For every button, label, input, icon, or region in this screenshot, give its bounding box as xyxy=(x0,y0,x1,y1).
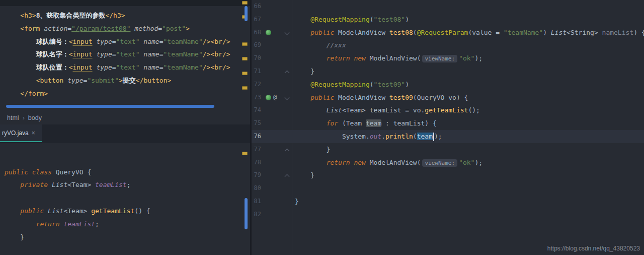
code-line[interactable]: return teamList; xyxy=(0,218,242,231)
line-number: 74 xyxy=(252,104,261,117)
at-override-icon[interactable]: @ xyxy=(273,95,277,100)
code-token: = xyxy=(67,25,71,32)
spring-bean-icon[interactable] xyxy=(266,30,271,35)
code-line[interactable]: } xyxy=(0,231,242,244)
vertical-scrollbar-thumb-bottom[interactable] xyxy=(245,198,248,229)
code-line[interactable]: 71 } xyxy=(252,65,644,78)
breadcrumb-item-body[interactable]: body xyxy=(28,114,42,121)
code-text: //xxx xyxy=(291,39,644,52)
code-line[interactable]: private List<Team> teamList; xyxy=(0,178,242,192)
html-editor[interactable]: <h3>8、获取集合类型的参数</h3> <form action="/para… xyxy=(0,9,242,100)
code-text xyxy=(291,0,644,13)
scrollbar-mark[interactable] xyxy=(242,1,248,5)
code-token: @RequestMapping xyxy=(310,81,369,88)
code-line[interactable]: <h3>8、获取集合类型的参数</h3> xyxy=(0,9,242,22)
code-line[interactable]: </form> xyxy=(0,87,242,100)
fold-down-icon[interactable] xyxy=(284,26,291,39)
code-line[interactable]: <button type="submit">提交</button> xyxy=(0,74,242,87)
code-text: return teamList; xyxy=(0,218,242,231)
breadcrumb-item-html[interactable]: html xyxy=(7,114,19,121)
code-token: for xyxy=(327,119,342,127)
code-token: "/param/test08" xyxy=(71,25,130,32)
queryvo-java-editor[interactable]: public class QueryVO { private List<Team… xyxy=(0,140,242,243)
code-line[interactable]: 82 xyxy=(252,208,644,221)
code-token: action xyxy=(44,25,67,32)
code-token xyxy=(5,12,20,19)
tab-close-icon[interactable]: × xyxy=(32,130,35,137)
scrollbar-mark[interactable] xyxy=(242,42,248,46)
controller-java-editor[interactable]: 6667 @RequestMapping("test08")68 public … xyxy=(252,0,644,221)
code-token: <br/> xyxy=(210,38,230,45)
code-line[interactable]: public class QueryVO { xyxy=(0,166,242,179)
code-token: <br/> xyxy=(210,50,230,58)
gutter-icons xyxy=(261,65,284,78)
scrollbar-mark[interactable] xyxy=(242,152,248,155)
code-line[interactable]: 76 System.out.println(team); xyxy=(252,130,644,143)
spring-bean-icon[interactable] xyxy=(266,95,271,100)
line-number: 81 xyxy=(252,195,261,208)
fold-down-icon[interactable] xyxy=(284,91,291,104)
code-text: public List<Team> getTeamList() { xyxy=(0,205,242,218)
gutter-icons xyxy=(261,195,284,208)
fold-gutter xyxy=(284,0,291,13)
code-line[interactable]: 75 for (Team team : teamList) { xyxy=(252,117,644,130)
code-line[interactable]: 80 xyxy=(252,182,644,195)
code-token: test09 xyxy=(389,94,413,101)
code-line[interactable]: 81} xyxy=(252,195,644,208)
fold-up-icon[interactable] xyxy=(284,169,291,182)
code-line[interactable]: 68 public ModelAndView test08(@RequestPa… xyxy=(252,26,644,39)
code-line[interactable]: 球队名字：<input type="text" name="teamName"/… xyxy=(0,48,242,61)
code-text: public ModelAndView test08(@RequestParam… xyxy=(291,26,644,39)
code-token: > xyxy=(87,181,95,188)
code-token: <button xyxy=(36,77,68,84)
code-text: public class QueryVO { xyxy=(0,166,242,179)
line-number: 70 xyxy=(252,52,261,65)
code-line[interactable]: 74 List<Team> teamList = vo.getTeamList(… xyxy=(252,104,644,117)
horizontal-scrollbar[interactable] xyxy=(6,105,214,108)
gutter-icons xyxy=(261,169,284,182)
code-token: 提交 xyxy=(123,77,136,84)
code-token: name xyxy=(143,50,159,58)
breadcrumb-separator-icon: › xyxy=(23,114,25,121)
code-token xyxy=(5,207,20,215)
gutter-icons xyxy=(261,26,284,39)
code-text: 球队位置：<input type="text" name="teamName"/… xyxy=(0,61,242,74)
code-line[interactable] xyxy=(0,153,242,166)
code-line[interactable]: 78 return new ModelAndView(viewName:"ok"… xyxy=(252,156,644,169)
code-line[interactable]: <form action="/param/test08" method="pos… xyxy=(0,22,242,35)
code-token: /> xyxy=(203,50,211,58)
code-token: return xyxy=(36,220,64,228)
code-line[interactable]: 79 } xyxy=(252,169,644,182)
fold-gutter xyxy=(284,182,291,195)
code-token xyxy=(295,119,327,127)
code-text: <form action="/param/test08" method="pos… xyxy=(0,22,242,35)
code-line[interactable]: 球队位置：<input type="text" name="teamName"/… xyxy=(0,61,242,74)
scrollbar-mark[interactable] xyxy=(242,86,248,90)
code-token: ) { xyxy=(456,94,468,101)
code-line[interactable]: 球队编号：<input type="text" name="teamName"/… xyxy=(0,35,242,48)
code-line[interactable]: 73@ public ModelAndView test09(QueryVO v… xyxy=(252,91,644,104)
code-text: @RequestMapping("test09") xyxy=(291,78,644,91)
code-line[interactable]: 72 @RequestMapping("test09") xyxy=(252,78,644,91)
scrollbar-mark[interactable] xyxy=(242,72,248,75)
fold-up-icon[interactable] xyxy=(284,143,291,156)
code-token: ( xyxy=(370,16,374,23)
code-line[interactable] xyxy=(0,140,242,153)
code-line[interactable] xyxy=(0,192,242,205)
code-token: ); xyxy=(474,54,482,62)
code-line[interactable]: public List<Team> getTeamList() { xyxy=(0,205,242,218)
fold-up-icon[interactable] xyxy=(284,65,291,78)
code-line[interactable]: 70 return new ModelAndView(viewName:"ok"… xyxy=(252,52,644,65)
code-line[interactable]: 66 xyxy=(252,0,644,13)
scrollbar-mark[interactable] xyxy=(242,57,248,60)
line-number: 67 xyxy=(252,13,261,26)
code-line[interactable]: 77 } xyxy=(252,143,644,156)
code-token: ( xyxy=(370,81,374,88)
code-line[interactable]: 67 @RequestMapping("test08") xyxy=(252,13,644,26)
code-token: 8、获取集合类型的参数 xyxy=(36,12,106,19)
code-line[interactable]: 69 //xxx xyxy=(252,39,644,52)
code-token: public xyxy=(5,168,32,176)
vertical-scrollbar-thumb-top[interactable] xyxy=(245,6,248,21)
fold-gutter xyxy=(284,117,291,130)
code-token xyxy=(5,181,20,188)
